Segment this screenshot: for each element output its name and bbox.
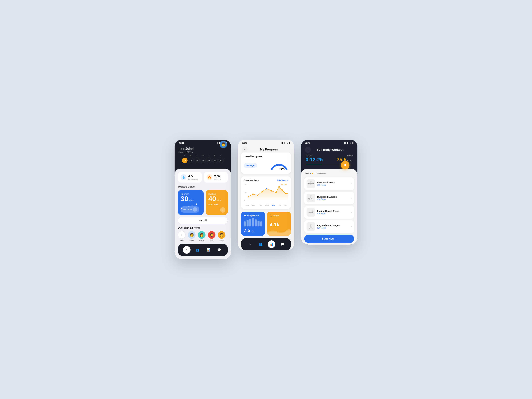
svg-point-23: [312, 210, 313, 211]
user-name: John!: [185, 147, 194, 151]
add-friend-item[interactable]: + New: [178, 231, 185, 241]
workout-item-0[interactable]: Overhead Press x16 Reps ›: [304, 177, 354, 190]
nav-people[interactable]: 👥: [194, 246, 201, 254]
svg-point-9: [279, 186, 280, 187]
workout-meta: 30 Min 11 Workouts: [304, 172, 354, 175]
manage-button[interactable]: Manage: [244, 163, 257, 168]
start-now-button[interactable]: Start Now ›: [304, 234, 354, 243]
cal-day-3[interactable]: W 17: [200, 155, 206, 163]
friend-elena[interactable]: 👩 Elena: [198, 231, 205, 241]
friend-peter-name: Peter: [190, 239, 194, 241]
calories-value: 2.3k: [214, 174, 221, 178]
steps-label: 🚶 Steps: [270, 214, 288, 217]
battery-icon-3: ▮: [352, 142, 354, 144]
friend-john[interactable]: 🧑 John: [218, 231, 225, 241]
goals-row: Running 30 Mins Start Now ›: [178, 190, 228, 215]
cal-day-0[interactable]: S 14: [182, 155, 188, 163]
active-day: Thu: [272, 204, 275, 206]
workout-item-2[interactable]: Incline Bench Press x16 Reps ›: [304, 206, 354, 219]
water-card: 💧 4.5 Liters Water: [178, 172, 202, 183]
svg-point-18: [310, 195, 311, 196]
friend-elena-name: Elena: [199, 239, 204, 241]
water-value: 4.5: [188, 174, 198, 178]
chevron-right-3[interactable]: ›: [351, 225, 352, 228]
friend-smith-name: Smith: [209, 239, 214, 241]
svg-rect-26: [309, 212, 309, 213]
meta-time: 30 Min: [304, 172, 311, 175]
workout-name-3: Leg Balance Lunges: [317, 224, 349, 227]
chart-header: Calories Burn This Week ▾: [244, 179, 288, 182]
nav-chart[interactable]: 📊: [204, 246, 212, 254]
workout-info-0: Overhead Press x16 Reps: [317, 181, 349, 186]
nav2-home[interactable]: ⌂: [246, 241, 254, 248]
workout-item-3[interactable]: Leg Balance Lunges x16 Reps ›: [304, 220, 354, 233]
cal-day-5[interactable]: F 19: [212, 155, 218, 163]
steps-wave: [267, 226, 291, 236]
calories-card: 🔥 2.3k Calories: [204, 172, 228, 183]
status-icons-3: ▌▌▌ ∿ ▮: [344, 142, 354, 144]
pause-button[interactable]: ⏸: [341, 161, 349, 169]
page-wrapper: 09:41 ▌▌▌ ∿ ▮ Hello John! January, 2023 …: [160, 140, 372, 259]
start-now-arrow: ›: [336, 237, 336, 240]
svg-rect-16: [308, 183, 309, 184]
running-card: Running 30 Mins Start Now ›: [178, 190, 204, 215]
cal-day-1[interactable]: M 15: [188, 155, 194, 163]
cycling-arrow-btn[interactable]: ›: [220, 207, 225, 213]
cal-day-4[interactable]: T 18: [206, 155, 212, 163]
overhead-press-icon: [308, 180, 314, 187]
running-start-btn[interactable]: Start Now ›: [181, 206, 199, 213]
svg-rect-17: [313, 183, 314, 184]
workout-content: 30 Min 11 Workouts Overhead Press: [301, 169, 357, 245]
svg-rect-30: [310, 225, 311, 227]
add-friend-button[interactable]: +: [178, 231, 185, 239]
nav2-chart[interactable]: 📊: [268, 241, 275, 248]
workout-title: Full Body Workout: [313, 148, 348, 152]
avatar-elena: 👩: [198, 231, 205, 239]
duel-title: Duel With a Friend: [178, 226, 228, 229]
status-bar-3: 09:41 ▌▌▌ ∿ ▮: [301, 140, 357, 145]
svg-rect-19: [310, 196, 311, 198]
time-3: 09:41: [305, 142, 310, 144]
overall-progress-card: Overall Progress Manage 75%: [241, 152, 291, 174]
bar-6: [258, 221, 260, 226]
svg-point-8: [275, 192, 277, 193]
signal-icon-3: ▌▌▌: [344, 142, 348, 144]
chevron-down-icon: ▾: [192, 151, 193, 153]
stats-row: 💧 4.5 Liters Water 🔥 2.3k Calories: [178, 172, 228, 183]
sell-all-button[interactable]: Sell All: [178, 217, 228, 224]
progress-pct: 75%: [279, 167, 285, 171]
workout-item-1[interactable]: Dumbbell Lunges x16 Reps ›: [304, 192, 354, 204]
svg-point-4: [257, 195, 258, 196]
workout-thumb-0: [307, 179, 315, 188]
workout-reps-1: x16 Reps: [317, 198, 349, 201]
wifi-icon-2: ∿: [286, 142, 288, 144]
svg-point-5: [261, 191, 263, 192]
nav-home[interactable]: ⌂: [183, 246, 190, 254]
nav2-message[interactable]: 💬: [279, 241, 286, 248]
back-button[interactable]: ‹: [242, 146, 248, 152]
svg-point-11: [285, 193, 286, 194]
chevron-right-0[interactable]: ›: [351, 182, 352, 185]
friend-peter[interactable]: 🧑 Peter: [188, 231, 196, 241]
svg-rect-15: [308, 183, 313, 184]
workout-back-btn[interactable]: ‹: [305, 147, 311, 153]
signal-icon-2: ▌▌▌: [281, 142, 285, 144]
this-week-button[interactable]: This Week ▾: [277, 179, 288, 182]
white-area: 💧 4.5 Liters Water 🔥 2.3k Calories Today…: [175, 169, 231, 259]
cal-day-6[interactable]: S 20: [218, 155, 224, 163]
chevron-right-1[interactable]: ›: [351, 196, 352, 200]
phone2-nav: ‹ My Progress: [238, 145, 294, 152]
progress-title: My Progress: [248, 148, 290, 151]
y-axis: 200+ 100 0: [244, 183, 247, 201]
calories-label: Calories: [214, 178, 221, 180]
avatar-smith: 🧔: [208, 231, 215, 239]
date-row: January, 2023 ▾: [178, 151, 194, 153]
friend-smith[interactable]: 🧔 Smith: [208, 231, 215, 241]
nav-message[interactable]: 💬: [215, 246, 223, 254]
running-start-label: Start Now: [183, 208, 192, 211]
workout-thumb-1: [307, 194, 315, 202]
chevron-right-2[interactable]: ›: [351, 211, 352, 214]
friends-row: + New 🧑 Peter 👩 Elena 🧔 Smith: [178, 231, 228, 241]
cal-day-2[interactable]: T 16: [194, 155, 200, 163]
nav2-people[interactable]: 👥: [257, 241, 265, 248]
